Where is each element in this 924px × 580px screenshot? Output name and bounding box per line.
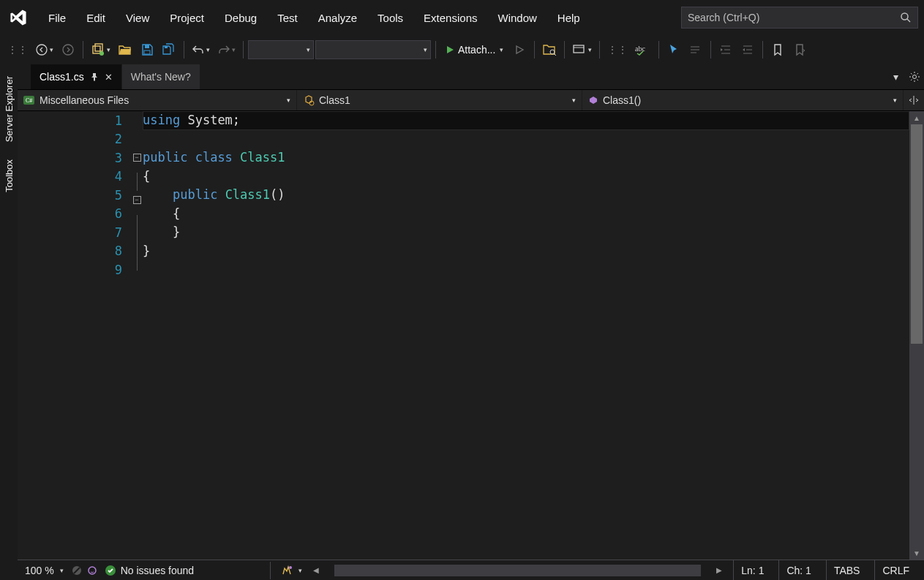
hscroll-right[interactable]: ▶	[713, 566, 726, 574]
menu-help[interactable]: Help	[547, 7, 590, 29]
left-tool-tabs: Server Explorer Toolbox	[0, 64, 18, 580]
menu-tools[interactable]: Tools	[367, 7, 413, 29]
drag-handle-icon: ⋮⋮	[604, 39, 631, 60]
intellisense-button[interactable]: ▾	[281, 565, 302, 576]
zoom-level[interactable]: 100 %▾	[25, 565, 64, 576]
svg-line-1	[907, 19, 910, 22]
issues-indicator[interactable]: No issues found	[105, 565, 194, 576]
scroll-up-button[interactable]: ▲	[909, 111, 924, 124]
server-explorer-tab[interactable]: Server Explorer	[2, 72, 16, 146]
toolbox-tab[interactable]: Toolbox	[2, 155, 16, 197]
scroll-thumb[interactable]	[911, 124, 923, 344]
solution-config-dropdown[interactable]: ▾	[248, 40, 314, 59]
bookmark-button[interactable]	[767, 39, 788, 60]
fold-toggle[interactable]: −	[133, 196, 141, 204]
error-lens-toggle[interactable]	[71, 565, 97, 576]
close-icon[interactable]: ✕	[105, 72, 113, 83]
tab-label: What's New?	[131, 71, 191, 83]
nav-back-button[interactable]: ▾	[32, 39, 56, 60]
comment-button[interactable]	[686, 39, 706, 60]
svg-text:C#: C#	[26, 97, 32, 104]
spell-check-button[interactable]: abc	[632, 39, 654, 60]
play-icon	[445, 45, 455, 55]
eol-mode[interactable]: CRLF	[874, 560, 917, 580]
method-icon	[588, 95, 598, 105]
svg-point-3	[63, 45, 73, 55]
browser-link-button[interactable]: ▾	[569, 39, 595, 60]
indent-mode[interactable]: TABS	[826, 560, 868, 580]
open-file-button[interactable]	[115, 39, 135, 60]
cursor-col[interactable]: Ch: 1	[778, 560, 818, 580]
code-nav-bar: C# Miscellaneous Files ▾ Class1 ▾ Class1…	[18, 89, 924, 111]
cursor-select-button[interactable]	[664, 39, 684, 60]
bookmark-next-button[interactable]	[789, 39, 810, 60]
svg-rect-4	[93, 46, 100, 53]
active-files-dropdown[interactable]: ▾	[886, 64, 905, 89]
search-input[interactable]	[688, 12, 900, 23]
menu-analyze[interactable]: Analyze	[308, 7, 367, 29]
document-tabs: Class1.cs ✕ What's New? ▾	[18, 64, 924, 89]
horizontal-scrollbar[interactable]	[334, 565, 701, 576]
undo-button[interactable]: ▾	[189, 39, 213, 60]
svg-rect-7	[145, 45, 149, 48]
split-editor-button[interactable]	[904, 90, 924, 110]
pin-icon[interactable]	[90, 72, 99, 81]
menu-view[interactable]: View	[116, 7, 159, 29]
menu-edit[interactable]: Edit	[76, 7, 116, 29]
save-button[interactable]	[137, 39, 157, 60]
tab-label: Class1.cs	[40, 71, 84, 83]
attach-label: Attach...	[458, 44, 495, 56]
nav-forward-button[interactable]	[58, 39, 78, 60]
save-all-button[interactable]	[159, 39, 179, 60]
nav-member-dropdown[interactable]: Class1() ▾	[582, 90, 904, 110]
menu-extensions[interactable]: Extensions	[413, 7, 487, 29]
nav-scope-dropdown[interactable]: C# Miscellaneous Files ▾	[18, 90, 297, 110]
nav-type-dropdown[interactable]: Class1 ▾	[297, 90, 582, 110]
solution-platform-dropdown[interactable]: ▾	[315, 40, 431, 59]
nav-scope-label: Miscellaneous Files	[40, 94, 129, 106]
nav-member-label: Class1()	[603, 94, 641, 106]
svg-text:abc: abc	[635, 45, 645, 53]
menu-bar: FileEditViewProjectDebugTestAnalyzeTools…	[0, 0, 924, 35]
svg-rect-8	[144, 50, 150, 54]
svg-rect-5	[95, 44, 102, 51]
svg-point-6	[99, 51, 104, 56]
settings-gear-icon[interactable]	[905, 64, 924, 89]
editor-status-bar: 100 %▾ No issues found ▾ ◀ ▶ Ln: 1 Ch: 1…	[18, 560, 924, 580]
menu-project[interactable]: Project	[159, 7, 214, 29]
tab-class1[interactable]: Class1.cs ✕	[31, 64, 121, 89]
menu-file[interactable]: File	[38, 7, 76, 29]
svg-rect-9	[165, 46, 168, 48]
nav-type-label: Class1	[319, 94, 350, 106]
scroll-down-button[interactable]: ▼	[909, 546, 924, 560]
start-without-debug-button[interactable]	[509, 39, 530, 60]
find-files-button[interactable]	[539, 39, 560, 60]
outdent-button[interactable]	[737, 39, 758, 60]
hscroll-left[interactable]: ◀	[309, 566, 323, 574]
drag-handle-icon: ⋮⋮	[4, 39, 31, 60]
svg-point-2	[37, 45, 47, 55]
svg-rect-12	[574, 45, 584, 53]
quick-search[interactable]	[681, 7, 918, 29]
attach-process-button[interactable]: Attach... ▾	[440, 39, 508, 60]
svg-point-0	[901, 13, 908, 20]
code-editor[interactable]: 123456789 −− using System; public class …	[18, 111, 924, 560]
menu-debug[interactable]: Debug	[214, 7, 267, 29]
fold-toggle[interactable]: −	[133, 154, 141, 162]
svg-point-31	[89, 567, 96, 574]
indent-button[interactable]	[715, 39, 736, 60]
cursor-line[interactable]: Ln: 1	[733, 560, 771, 580]
check-circle-icon	[105, 565, 116, 576]
new-project-button[interactable]: ▾	[88, 39, 113, 60]
main-toolbar: ⋮⋮ ▾ ▾ ▾ ▾ ▾ ▾ Attach... ▾ ▾ ⋮⋮ abc	[0, 35, 924, 64]
vs-logo-icon	[6, 5, 31, 30]
class-icon	[303, 94, 315, 106]
svg-point-33	[289, 566, 292, 569]
svg-point-24	[913, 75, 917, 79]
vertical-scrollbar[interactable]: ▲ ▼	[909, 111, 924, 560]
menu-window[interactable]: Window	[487, 7, 546, 29]
tab-whats-new[interactable]: What's New?	[121, 64, 200, 89]
redo-button[interactable]: ▾	[214, 39, 238, 60]
menu-test[interactable]: Test	[267, 7, 308, 29]
search-icon	[900, 12, 912, 23]
